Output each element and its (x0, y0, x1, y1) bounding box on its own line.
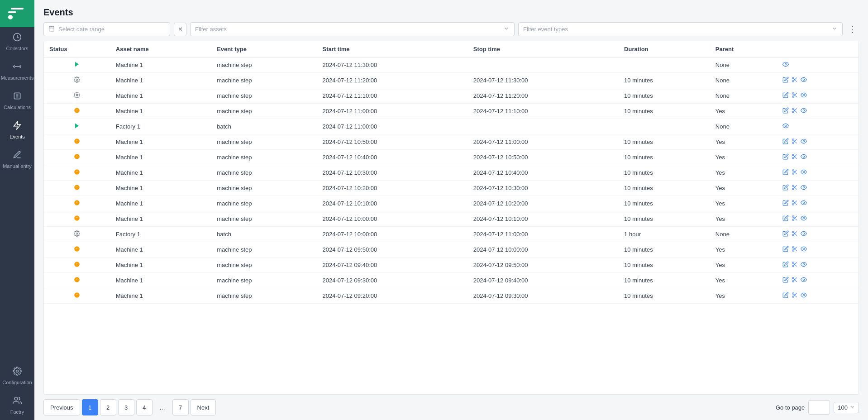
view-icon[interactable] (801, 153, 807, 161)
edit-icon[interactable] (782, 261, 789, 269)
cell-asset: Machine 1 (110, 150, 211, 165)
edit-icon[interactable] (782, 76, 789, 84)
sidebar-item-configuration[interactable]: Configuration (0, 361, 34, 391)
cell-event-type: machine step (211, 150, 317, 165)
svg-line-98 (796, 234, 797, 235)
svg-point-95 (792, 231, 794, 233)
view-icon[interactable] (801, 277, 807, 284)
event-type-filter-label: Filter event types (523, 26, 568, 33)
sidebar-item-measurements[interactable]: Measurements (0, 57, 34, 86)
view-icon[interactable] (801, 200, 807, 207)
cell-asset: Factory 1 (110, 227, 211, 242)
svg-line-64 (796, 172, 797, 174)
edit-icon[interactable] (782, 92, 789, 100)
cut-icon[interactable] (792, 169, 798, 177)
cut-icon[interactable] (792, 153, 798, 161)
view-icon[interactable] (801, 184, 807, 192)
cut-icon[interactable] (792, 215, 798, 223)
view-icon[interactable] (801, 169, 807, 177)
more-options-button[interactable]: ⋮ (846, 23, 859, 36)
svg-point-21 (803, 79, 805, 81)
page-1-button[interactable]: 1 (82, 399, 98, 415)
cut-icon[interactable] (792, 184, 798, 192)
edit-icon[interactable] (782, 184, 789, 192)
edit-icon[interactable] (782, 200, 789, 207)
cut-icon[interactable] (792, 246, 798, 253)
status-warning-icon (74, 262, 80, 269)
asset-filter-dropdown[interactable]: Filter assets (190, 22, 515, 36)
clear-filter-button[interactable]: ✕ (174, 23, 186, 36)
go-to-page-input[interactable] (808, 400, 830, 415)
view-icon[interactable] (801, 261, 807, 269)
cell-asset: Machine 1 (110, 242, 211, 258)
sidebar-item-calculations[interactable]: Calculations (0, 86, 34, 115)
status-warning-icon (74, 154, 80, 161)
svg-point-53 (792, 158, 794, 159)
view-icon[interactable] (801, 107, 807, 115)
view-icon[interactable] (782, 61, 789, 69)
view-icon[interactable] (801, 292, 807, 300)
cell-stop-time (468, 119, 619, 134)
cell-asset: Machine 1 (110, 288, 211, 304)
date-range-filter[interactable]: Select date range (43, 22, 170, 36)
cut-icon[interactable] (792, 277, 798, 284)
svg-line-125 (796, 280, 797, 282)
cut-icon[interactable] (792, 138, 798, 146)
cell-parent: None (710, 227, 777, 242)
edit-icon[interactable] (782, 215, 789, 223)
cut-icon[interactable] (792, 76, 798, 84)
view-icon[interactable] (782, 123, 789, 130)
cut-icon[interactable] (792, 92, 798, 100)
page-2-button[interactable]: 2 (100, 399, 116, 415)
cell-stop-time: 2024-07-12 11:20:00 (468, 88, 619, 104)
sidebar-item-events[interactable]: Events (0, 115, 34, 145)
edit-icon[interactable] (782, 169, 789, 177)
cell-asset: Machine 1 (110, 104, 211, 119)
cut-icon[interactable] (792, 292, 798, 300)
next-page-button[interactable]: Next (191, 399, 216, 415)
edit-icon[interactable] (782, 246, 789, 253)
svg-point-44 (792, 142, 794, 144)
filter-bar: Select date range ✕ Filter assets Filter… (34, 22, 868, 41)
page-7-button[interactable]: 7 (172, 399, 189, 415)
svg-line-117 (794, 263, 795, 264)
page-3-button[interactable]: 3 (118, 399, 134, 415)
manual-entry-icon (13, 150, 22, 162)
view-icon[interactable] (801, 215, 807, 223)
measurements-icon (13, 62, 22, 73)
cut-icon[interactable] (792, 200, 798, 207)
cut-icon[interactable] (792, 261, 798, 269)
view-icon[interactable] (801, 92, 807, 100)
cell-duration: 10 minutes (619, 242, 710, 258)
edit-icon[interactable] (782, 230, 789, 238)
cell-parent: Yes (710, 242, 777, 258)
view-icon[interactable] (801, 138, 807, 146)
view-icon[interactable] (801, 230, 807, 238)
cell-asset: Machine 1 (110, 73, 211, 88)
edit-icon[interactable] (782, 153, 789, 161)
cell-parent: Yes (710, 258, 777, 273)
event-type-filter-dropdown[interactable]: Filter event types (518, 22, 843, 36)
cell-duration: 10 minutes (619, 104, 710, 119)
edit-icon[interactable] (782, 292, 789, 300)
cut-icon[interactable] (792, 107, 798, 115)
view-icon[interactable] (801, 76, 807, 84)
edit-icon[interactable] (782, 107, 789, 115)
table-row: Machine 1 machine step 2024-07-12 10:00:… (44, 211, 858, 227)
edit-icon[interactable] (782, 138, 789, 146)
svg-line-36 (794, 110, 795, 110)
cut-icon[interactable] (792, 230, 798, 238)
cell-actions (777, 227, 858, 242)
cell-duration: 10 minutes (619, 211, 710, 227)
page-size-select[interactable]: 100 (834, 402, 859, 413)
sidebar-item-manual-entry[interactable]: Manual entry (0, 145, 34, 174)
page-4-button[interactable]: 4 (136, 399, 153, 415)
edit-icon[interactable] (782, 277, 789, 284)
cell-asset: Machine 1 (110, 273, 211, 288)
svg-point-113 (792, 262, 794, 264)
sidebar-item-factry[interactable]: Factry (0, 391, 34, 420)
view-icon[interactable] (801, 246, 807, 253)
sidebar-item-collectors[interactable]: Collectors (0, 27, 34, 57)
previous-page-button[interactable]: Previous (43, 399, 80, 415)
svg-line-107 (796, 249, 797, 251)
